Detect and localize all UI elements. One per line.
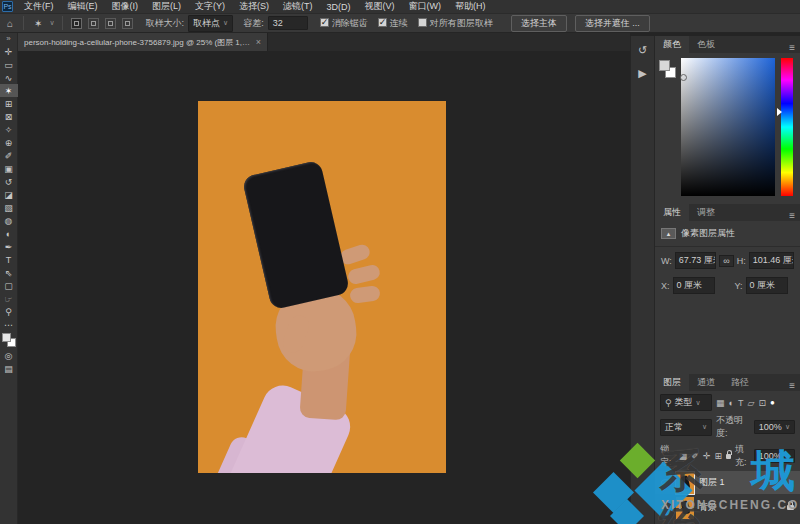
x-field[interactable]: 0 厘米 [673, 277, 715, 294]
photo-document[interactable] [198, 101, 446, 473]
opacity-select[interactable]: 100% ∨ [754, 420, 795, 434]
menu-select[interactable]: 选择(S) [232, 0, 276, 13]
y-field[interactable]: 0 厘米 [746, 277, 788, 294]
toolbar-expand-icon[interactable]: » [6, 33, 10, 45]
width-field[interactable]: 67.73 厘米 [675, 252, 716, 269]
home-icon[interactable]: ⌂ [4, 18, 16, 29]
menu-filter[interactable]: 滤镜(T) [276, 0, 320, 13]
menu-view[interactable]: 视图(V) [358, 0, 402, 13]
panel-menu-icon[interactable]: ≡ [784, 380, 800, 391]
marquee-tool[interactable]: ▭ [0, 58, 18, 71]
menu-file[interactable]: 文件(F) [17, 0, 61, 13]
anti-alias-checkbox[interactable]: 消除锯齿 [320, 17, 368, 30]
photoshop-logo-icon[interactable]: Ps [2, 1, 13, 12]
lock-artboard-icon[interactable]: ⊞ [714, 451, 722, 461]
pixel-filter-icon[interactable]: ▦ [716, 398, 725, 408]
brush-tool[interactable]: ✐ [0, 149, 18, 162]
history-panel-icon[interactable]: ↺ [638, 44, 647, 57]
select-subject-button[interactable]: 选择主体 [511, 15, 567, 32]
visibility-eye-icon[interactable] [661, 504, 671, 511]
chevron-down-icon[interactable]: ∨ [49, 19, 54, 27]
add-selection-icon[interactable] [88, 18, 99, 29]
eyedropper-tool[interactable]: ✧ [0, 123, 18, 136]
lock-all-icon[interactable] [726, 454, 731, 459]
actions-panel-icon[interactable]: ▶ [638, 67, 646, 80]
type-tool[interactable]: T [0, 253, 18, 266]
select-and-mask-button[interactable]: 选择并遮住 ... [575, 15, 650, 32]
pen-tool[interactable]: ✒ [0, 240, 18, 253]
tab-properties[interactable]: 属性 [655, 204, 689, 221]
tab-layers[interactable]: 图层 [655, 374, 689, 391]
panel-menu-icon[interactable]: ≡ [784, 210, 800, 221]
blend-mode-select[interactable]: 正常 ∨ [660, 419, 712, 436]
layer-name[interactable]: 图层 1 [699, 476, 794, 489]
hue-slider-marker[interactable] [777, 108, 782, 116]
saturation-brightness-field[interactable] [681, 58, 775, 196]
panel-menu-icon[interactable]: ≡ [784, 42, 800, 53]
foreground-background-swatches[interactable] [2, 333, 16, 347]
foreground-color-swatch[interactable] [2, 333, 11, 342]
menu-type[interactable]: 文字(Y) [188, 0, 232, 13]
lock-transparency-icon[interactable]: ▦ [679, 451, 688, 461]
subtract-selection-icon[interactable] [105, 18, 116, 29]
sample-all-layers-checkbox[interactable]: 对所有图层取样 [418, 17, 493, 30]
intersect-selection-icon[interactable] [122, 18, 133, 29]
lock-position-icon[interactable]: ✛ [703, 451, 711, 461]
layer-thumbnail[interactable] [676, 497, 694, 519]
screen-mode-button[interactable]: ▤ [0, 362, 18, 375]
canvas-area[interactable] [18, 51, 630, 524]
blur-tool[interactable]: ◍ [0, 214, 18, 227]
height-field[interactable]: 101.46 厘米 [749, 252, 794, 269]
hand-tool[interactable]: ☞ [0, 292, 18, 305]
tab-adjustments[interactable]: 调整 [689, 204, 723, 221]
edit-toolbar-button[interactable]: ⋯ [0, 318, 18, 331]
menu-image[interactable]: 图像(I) [105, 0, 146, 13]
sample-size-select[interactable]: 取样点 ∨ [188, 15, 233, 32]
fill-select[interactable]: 100% ∨ [754, 449, 795, 463]
crop-tool[interactable]: ⊞ [0, 97, 18, 110]
tolerance-input[interactable]: 32 [268, 16, 308, 30]
link-dimensions-icon[interactable]: ∞ [719, 255, 733, 267]
menu-3d[interactable]: 3D(D) [320, 2, 358, 12]
magic-wand-preset-icon[interactable]: ✶ [31, 18, 45, 29]
tab-paths[interactable]: 路径 [723, 374, 757, 391]
document-tab[interactable]: person-holding-a-cellular-phone-3756879.… [18, 33, 268, 51]
path-selection-tool[interactable]: ⇖ [0, 266, 18, 279]
close-icon[interactable]: × [256, 37, 261, 47]
clone-stamp-tool[interactable]: ▣ [0, 162, 18, 175]
layer-filter-select[interactable]: ⚲ 类型 ∨ [660, 394, 712, 411]
hue-slider[interactable] [781, 58, 793, 196]
filter-toggle-icon[interactable]: ● [770, 398, 775, 407]
smart-object-filter-icon[interactable]: ⊡ [758, 398, 766, 408]
layer-row-background[interactable]: 背景 [655, 496, 800, 519]
quick-mask-button[interactable]: ◎ [0, 349, 18, 362]
history-brush-tool[interactable]: ↺ [0, 175, 18, 188]
shape-tool[interactable]: ▢ [0, 279, 18, 292]
lock-paint-icon[interactable]: ✐ [691, 451, 699, 461]
layer-row-layer-1[interactable]: 图层 1 [655, 471, 800, 494]
type-filter-icon[interactable]: T [738, 398, 744, 408]
contiguous-checkbox[interactable]: 连续 [378, 17, 408, 30]
color-picker-marker[interactable] [680, 74, 687, 81]
menu-edit[interactable]: 编辑(E) [61, 0, 105, 13]
tab-swatches[interactable]: 色板 [689, 36, 723, 53]
shape-filter-icon[interactable]: ▱ [747, 398, 754, 408]
dodge-tool[interactable]: ◐ [0, 227, 18, 240]
eraser-tool[interactable]: ◪ [0, 188, 18, 201]
tab-channels[interactable]: 通道 [689, 374, 723, 391]
menu-layer[interactable]: 图层(L) [145, 0, 188, 13]
layer-name[interactable]: 背景 [699, 501, 782, 514]
foreground-color-swatch[interactable] [659, 60, 670, 71]
gradient-tool[interactable]: ▧ [0, 201, 18, 214]
healing-brush-tool[interactable]: ⊕ [0, 136, 18, 149]
layer-thumbnail[interactable] [676, 472, 694, 494]
frame-tool[interactable]: ⊠ [0, 110, 18, 123]
magic-wand-tool[interactable]: ✶ [0, 84, 18, 97]
zoom-tool[interactable]: ⚲ [0, 305, 18, 318]
new-selection-icon[interactable] [71, 18, 82, 29]
lasso-tool[interactable]: ∿ [0, 71, 18, 84]
menu-window[interactable]: 窗口(W) [402, 0, 449, 13]
move-tool[interactable]: ✛ [0, 45, 18, 58]
adjustment-filter-icon[interactable]: ◐ [729, 398, 734, 408]
tab-color[interactable]: 颜色 [655, 36, 689, 53]
